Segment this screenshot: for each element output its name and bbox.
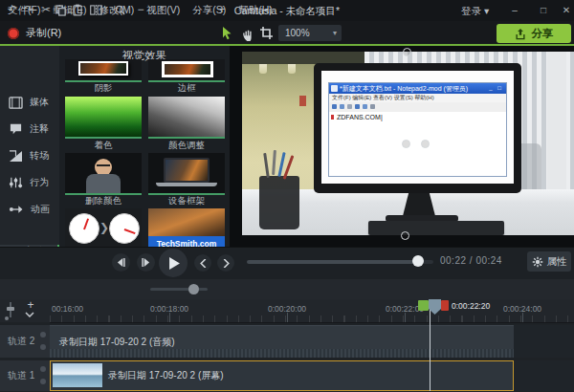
split-icon [90,5,102,15]
seek-slider[interactable] [247,260,422,264]
split-button[interactable] [90,5,107,25]
previous-clip-button[interactable] [112,253,130,272]
effect-tile-clock-speed[interactable]: ❯ [65,208,142,247]
close-button[interactable]: ✕ [558,0,574,21]
record-label: 录制(R) [26,26,61,40]
sidebar-item-annotations[interactable]: 注释 [0,117,59,142]
playhead-out-marker[interactable] [441,300,449,311]
track-lock-toggle[interactable] [40,366,46,372]
track-lock-toggle[interactable] [40,332,46,338]
effect-tile-color-adjust[interactable] [148,97,225,139]
pen-cup [259,176,299,229]
chevron-right-icon [223,259,230,268]
track-row-1[interactable]: 录制日期 17-09-20 2 (屏幕) [50,360,574,391]
cut-button[interactable]: ✂ [38,0,54,20]
effect-tile-device-frame[interactable] [148,153,225,195]
sidebar-item-animations[interactable]: 动画 [0,197,59,222]
effect-tile-remove-color[interactable] [65,153,142,195]
effect-tile-shadow[interactable] [65,59,142,82]
maximize-button[interactable]: □ [535,0,552,21]
paste-button[interactable] [73,4,88,24]
track-name: 轨道 2 [8,335,34,348]
share-button[interactable]: 分享 [497,24,571,43]
crop-tool[interactable] [259,26,276,41]
next-clip-button[interactable] [137,253,155,272]
record-icon [8,28,19,39]
canvas-zoom-select[interactable]: 100% ▾ [278,25,342,41]
sidebar-item-behaviors[interactable]: 行为 [0,170,59,195]
collapse-tracks-button[interactable] [25,312,34,317]
remove-color-preview [65,153,142,193]
copy-icon [55,5,66,16]
sidebar: 媒体 注释 转场 行为 动画 视觉效果 更多 [0,46,59,247]
speech-bubble-icon [9,122,23,136]
track-height-control[interactable] [5,302,16,319]
track-visibility-toggle[interactable] [40,379,46,384]
previous-frame-button[interactable] [194,254,211,272]
time-current: 00:22 [440,255,467,266]
selection-anchor-handle[interactable] [402,140,410,148]
track-row-2[interactable]: 录制日期 17-09-20 2 (音频) [50,325,574,358]
effects-panel: 视觉效果 阴影 边框 着色 颜色调整 删除颜色 设备框架 [59,46,230,247]
effect-tile-colorize[interactable] [65,97,142,139]
sidebar-item-transitions[interactable]: 转场 [0,143,59,168]
notepad-menubar: 文件(F) 编辑(E) 查看(V) 设置(S) 帮助(H) [329,94,506,102]
crop-icon [259,26,274,40]
canvas-preview[interactable]: *新建文本文档.txt - Notepad2-mod (管理员) _ □ 文件(… [230,46,574,247]
track-visibility-toggle[interactable] [40,344,46,350]
play-button[interactable] [159,249,188,277]
selection-handle-top[interactable] [403,48,411,56]
timeline-zoom-in-button[interactable]: + [215,0,229,20]
timeline-zoom-out-button[interactable]: − [134,0,147,20]
menu-view[interactable]: 视图(V) [146,4,180,17]
notepad-text: ZDFANS.COM| [329,112,506,176]
share-button-label: 分享 [532,27,554,41]
record-button[interactable]: 录制(R) [8,26,61,40]
camtasia-window: 文件(F) 编辑(E) 修改(M) 视图(V) 分享(S) 帮助(H) Camt… [0,0,574,392]
properties-label: 属性 [547,255,567,269]
pan-hand-tool[interactable] [241,26,258,41]
copy-button[interactable] [55,5,71,25]
add-track-button[interactable]: + [23,299,38,311]
animation-arrow-icon [9,204,24,215]
redo-button[interactable]: ↷ [21,0,36,20]
ruler-major-tick [287,313,288,322]
ruler-tick: 00:16:00 [52,304,83,314]
greater-than-icon: ❯ [99,221,109,234]
track-header-1[interactable]: 轨道 1 [0,360,50,391]
timeline-zoom-search[interactable] [115,5,130,25]
timeline-zoom-handle[interactable] [188,284,199,294]
select-cursor-tool[interactable] [220,26,237,41]
clip-label: 录制日期 17-09-20 2 (屏幕) [108,369,224,382]
paste-clipboard-icon [73,4,82,16]
minimize-button[interactable]: – [506,0,523,21]
undo-button[interactable]: ↶ [5,0,20,20]
audio-clip[interactable]: 录制日期 17-09-20 2 (音频) [50,325,514,358]
colorize-preview [65,97,142,137]
notepad-titlebar: *新建文本文档.txt - Notepad2-mod (管理员) [329,83,506,94]
magnifier-icon [115,5,125,15]
notepad-app-icon [331,85,338,92]
seek-slider-handle[interactable] [412,255,424,267]
selection-handle-bottom[interactable] [401,231,409,240]
sidebar-item-label: 媒体 [30,96,49,109]
effect-tile-border[interactable] [148,59,225,82]
timeline-ruler[interactable]: 00:16:00 0:00:18:00 0:00:20:00 0:00:22:0… [50,299,574,323]
selection-rotate-handle[interactable] [421,140,430,148]
screen-clip-selected[interactable]: 录制日期 17-09-20 2 (屏幕) [50,360,514,391]
sidebar-item-media[interactable]: 媒体 [0,90,59,115]
keyboard [368,221,504,235]
ceiling-lamp [288,64,296,74]
properties-button[interactable]: 属性 [527,251,571,272]
track-header-2[interactable]: 轨道 2 [0,325,50,358]
timeline-zoom-slider[interactable] [150,288,208,291]
signin-button[interactable]: 登录 ▾ [461,0,489,21]
clip-label: 录制日期 17-09-20 2 (音频) [59,336,175,349]
next-frame-button[interactable] [217,254,234,272]
playhead-line[interactable] [430,299,430,391]
playhead-in-marker[interactable] [418,300,429,311]
effect-tile-watermark[interactable]: TechSmith.com [148,208,225,247]
ruler-major-tick [522,313,523,322]
sidebar-item-label: 转场 [30,149,49,163]
transition-icon [9,150,23,163]
